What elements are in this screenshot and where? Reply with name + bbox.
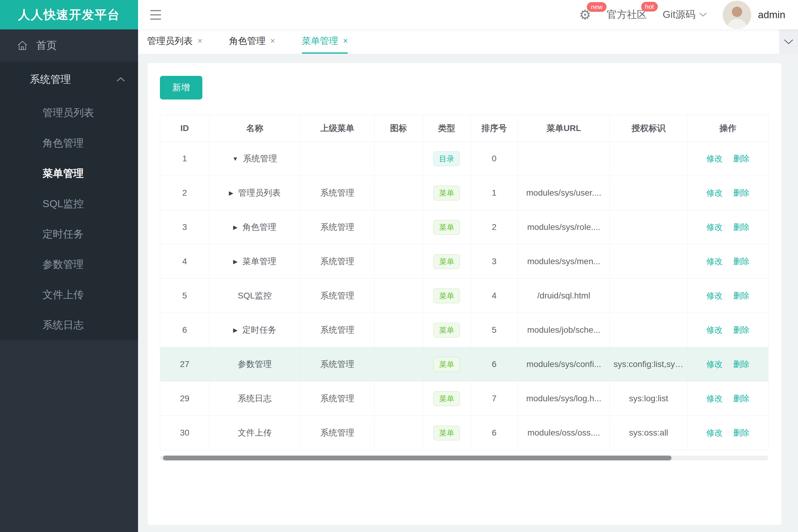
sidebar-item-8[interactable]: 系统日志 bbox=[0, 310, 138, 340]
delete-link[interactable]: 删除 bbox=[733, 154, 749, 163]
expand-arrow-icon[interactable]: ▶ bbox=[233, 225, 238, 230]
tab-2[interactable]: 角色管理× bbox=[229, 30, 275, 54]
delete-link[interactable]: 删除 bbox=[733, 257, 749, 266]
cell-actions: 修改删除 bbox=[688, 382, 768, 416]
sidebar-item-3[interactable]: 菜单管理 bbox=[0, 158, 138, 188]
cell-actions: 修改删除 bbox=[688, 176, 768, 210]
cell-perm bbox=[610, 313, 688, 347]
table-row[interactable]: 27参数管理系统管理菜单6modules/sys/confi...sys:con… bbox=[160, 347, 768, 382]
table-row[interactable]: 6▶定时任务系统管理菜单5modules/job/sche...修改删除 bbox=[160, 313, 768, 347]
delete-link[interactable]: 删除 bbox=[733, 291, 749, 300]
cell-url: modules/sys/role.... bbox=[518, 210, 610, 245]
tab-bar: 管理员列表×角色管理×菜单管理× bbox=[138, 30, 798, 54]
cell-name: ▶定时任务 bbox=[209, 313, 300, 347]
delete-link[interactable]: 删除 bbox=[733, 188, 749, 197]
cell-icon bbox=[374, 313, 423, 347]
community-label: 官方社区 bbox=[607, 8, 647, 21]
user-menu[interactable]: admin bbox=[723, 1, 785, 29]
cell-url: modules/sys/user.... bbox=[518, 176, 610, 210]
tab-list-dropdown-button[interactable] bbox=[776, 30, 798, 54]
cell-type: 菜单 bbox=[423, 313, 470, 347]
edit-link[interactable]: 修改 bbox=[706, 223, 723, 232]
settings-gear-button[interactable]: ⚙ new bbox=[579, 8, 591, 21]
add-button[interactable]: 新增 bbox=[160, 76, 202, 99]
cell-name: SQL监控 bbox=[209, 279, 300, 313]
expand-arrow-icon[interactable]: ▶ bbox=[233, 327, 238, 333]
home-icon bbox=[17, 40, 28, 51]
edit-link[interactable]: 修改 bbox=[706, 257, 723, 266]
edit-link[interactable]: 修改 bbox=[706, 360, 723, 369]
type-badge: 菜单 bbox=[433, 391, 460, 406]
community-link[interactable]: 官方社区 hot bbox=[607, 8, 647, 21]
sidebar-group-title[interactable]: 系统管理 bbox=[0, 61, 138, 97]
chevron-down-icon bbox=[783, 39, 794, 44]
edit-link[interactable]: 修改 bbox=[706, 188, 723, 197]
cell-type: 目录 bbox=[423, 141, 470, 176]
sidebar-item-5[interactable]: 定时任务 bbox=[0, 219, 138, 249]
expand-arrow-icon[interactable]: ▶ bbox=[233, 259, 238, 265]
cell-perm: sys:oss:all bbox=[610, 416, 688, 450]
type-badge: 菜单 bbox=[433, 323, 460, 338]
sidebar-item-2[interactable]: 角色管理 bbox=[0, 128, 138, 158]
cell-perm: sys:config:list,sys:... bbox=[610, 347, 688, 382]
tab-close-icon[interactable]: × bbox=[270, 36, 275, 46]
delete-link[interactable]: 删除 bbox=[733, 325, 749, 335]
tab-close-icon[interactable]: × bbox=[343, 36, 348, 46]
cell-order: 1 bbox=[470, 176, 518, 210]
tab-1[interactable]: 管理员列表× bbox=[147, 30, 202, 54]
name-content: SQL监控 bbox=[238, 290, 272, 302]
menu-name: 角色管理 bbox=[242, 222, 276, 233]
horizontal-scrollbar-thumb[interactable] bbox=[163, 456, 671, 460]
edit-link[interactable]: 修改 bbox=[706, 394, 723, 403]
cell-id: 6 bbox=[160, 313, 209, 347]
tab-close-icon[interactable]: × bbox=[198, 36, 202, 46]
table-row[interactable]: 4▶菜单管理系统管理菜单3modules/sys/men...修改删除 bbox=[160, 245, 768, 279]
table-row[interactable]: 2▶管理员列表系统管理菜单1modules/sys/user....修改删除 bbox=[160, 176, 768, 210]
sidebar-item-1[interactable]: 管理员列表 bbox=[0, 97, 138, 128]
hamburger-menu-button[interactable] bbox=[150, 10, 161, 20]
delete-link[interactable]: 删除 bbox=[733, 428, 749, 437]
tab-3[interactable]: 菜单管理× bbox=[302, 30, 348, 54]
cell-order: 7 bbox=[470, 382, 518, 416]
menu-management-panel: 新增 ID名称上级菜单图标类型排序号菜单URL授权标识操作 1▼系统管理目录0修… bbox=[148, 63, 781, 525]
table-row[interactable]: 1▼系统管理目录0修改删除 bbox=[160, 141, 768, 176]
cell-url: /druid/sql.html bbox=[518, 279, 610, 313]
edit-link[interactable]: 修改 bbox=[706, 291, 723, 300]
horizontal-scrollbar-track[interactable] bbox=[160, 456, 768, 460]
cell-id: 30 bbox=[160, 416, 209, 450]
cell-order: 6 bbox=[470, 347, 518, 382]
git-source-dropdown[interactable]: Git源码 bbox=[663, 8, 707, 21]
table-row[interactable]: 29系统日志系统管理菜单7modules/sys/log.h...sys:log… bbox=[160, 382, 768, 416]
sidebar-item-7[interactable]: 文件上传 bbox=[0, 279, 138, 310]
table-row[interactable]: 5SQL监控系统管理菜单4/druid/sql.html修改删除 bbox=[160, 279, 768, 313]
edit-link[interactable]: 修改 bbox=[706, 325, 723, 335]
column-header: 上级菜单 bbox=[300, 115, 374, 141]
cell-perm bbox=[610, 279, 688, 313]
collapse-arrow-icon[interactable]: ▼ bbox=[233, 156, 238, 162]
menu-name: 系统管理 bbox=[243, 153, 277, 165]
sidebar-item-4[interactable]: SQL监控 bbox=[0, 188, 138, 219]
delete-link[interactable]: 删除 bbox=[733, 223, 749, 232]
edit-link[interactable]: 修改 bbox=[706, 154, 723, 163]
cell-actions: 修改删除 bbox=[688, 210, 768, 245]
table-row[interactable]: 30文件上传系统管理菜单6modules/oss/oss....sys:oss:… bbox=[160, 416, 768, 450]
sidebar-submenu: 管理员列表角色管理菜单管理SQL监控定时任务参数管理文件上传系统日志 bbox=[0, 97, 138, 340]
cell-name: ▶管理员列表 bbox=[209, 176, 300, 210]
sidebar-item-6[interactable]: 参数管理 bbox=[0, 249, 138, 279]
cell-id: 27 bbox=[160, 347, 209, 382]
cell-parent-menu: 系统管理 bbox=[300, 313, 374, 347]
delete-link[interactable]: 删除 bbox=[733, 394, 749, 403]
name-content: ▶定时任务 bbox=[233, 324, 276, 336]
tab-bar-tabs: 管理员列表×角色管理×菜单管理× bbox=[138, 30, 798, 54]
cell-name: ▶角色管理 bbox=[209, 210, 300, 245]
cell-type: 菜单 bbox=[423, 416, 470, 450]
menu-name: 文件上传 bbox=[238, 427, 272, 439]
sidebar-item-home[interactable]: 首页 bbox=[0, 30, 138, 61]
edit-link[interactable]: 修改 bbox=[706, 428, 723, 437]
cell-id: 2 bbox=[160, 176, 209, 210]
type-badge: 菜单 bbox=[433, 288, 460, 303]
hot-badge: hot bbox=[641, 2, 658, 12]
table-row[interactable]: 3▶角色管理系统管理菜单2modules/sys/role....修改删除 bbox=[160, 210, 768, 245]
delete-link[interactable]: 删除 bbox=[733, 360, 749, 369]
expand-arrow-icon[interactable]: ▶ bbox=[229, 190, 233, 196]
